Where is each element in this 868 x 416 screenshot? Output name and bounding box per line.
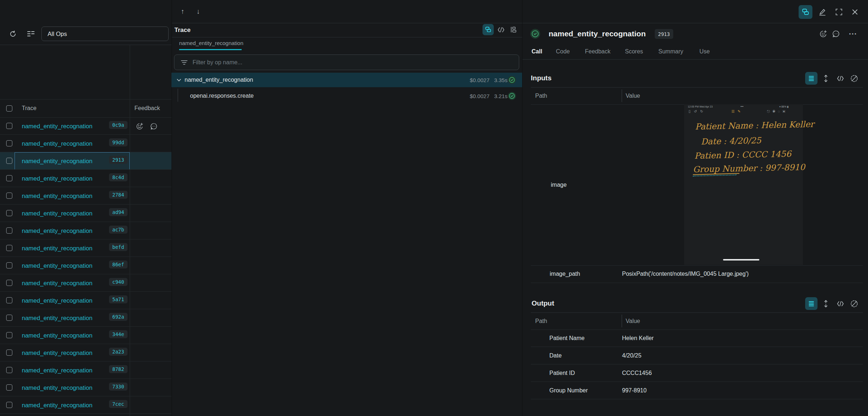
- row-checkbox[interactable]: [6, 384, 12, 391]
- input-image-thumbnail[interactable]: 12:05 PM Wed Apr 23 ••• ▾ 88% ▮ ▯↺↻ ☰✎ ⎋…: [684, 104, 803, 265]
- row-checkbox[interactable]: [6, 210, 12, 216]
- trace-row[interactable]: named_entity_recognation99dd: [0, 135, 171, 152]
- op-filter-placeholder: Filter by op name...: [193, 59, 242, 66]
- op-name-link[interactable]: named_entity_recognation: [22, 274, 92, 292]
- output-expand-all-button[interactable]: [820, 297, 831, 310]
- op-name-link[interactable]: named_entity_recognation: [22, 309, 92, 327]
- row-checkbox[interactable]: [6, 262, 12, 268]
- trace-row[interactable]: named_entity_recognation86ef: [0, 257, 171, 274]
- row-checkbox[interactable]: [6, 402, 12, 408]
- op-name-link[interactable]: named_entity_recognation: [22, 205, 92, 222]
- op-name-link[interactable]: named_entity_recognation: [22, 187, 92, 205]
- trace-row[interactable]: named_entity_recognationac7b: [0, 222, 171, 239]
- trace-row[interactable]: named_entity_recognation344e: [0, 327, 171, 344]
- row-checkbox[interactable]: [6, 280, 12, 286]
- input-row-image-path-label: image: [551, 104, 567, 265]
- row-checkbox[interactable]: [6, 227, 12, 234]
- row-checkbox[interactable]: [6, 193, 12, 199]
- row-divider: [0, 413, 171, 414]
- flame-graph-mode-button[interactable]: [508, 24, 519, 35]
- code-view-mode-button[interactable]: [496, 24, 506, 35]
- trace-row[interactable]: named_entity_recognationc940: [0, 274, 171, 292]
- call-more-menu-button[interactable]: •••: [849, 27, 857, 41]
- row-checkbox[interactable]: [6, 158, 12, 164]
- op-name-link[interactable]: named_entity_recognation: [22, 379, 92, 396]
- tab-call[interactable]: Call: [532, 44, 542, 59]
- edit-button[interactable]: [816, 5, 828, 19]
- inputs-hide-values-button[interactable]: [849, 72, 860, 85]
- inputs-code-view-button[interactable]: [835, 72, 846, 85]
- row-checkbox[interactable]: [6, 140, 12, 146]
- tab-feedback[interactable]: Feedback: [585, 44, 610, 59]
- stacked-view-button[interactable]: [799, 5, 812, 19]
- tree-row-root[interactable]: named_entity_recognation $0.0027 3.35s: [171, 73, 522, 87]
- row-checkbox[interactable]: [6, 297, 12, 303]
- trace-row[interactable]: named_entity_recognation8c4d: [0, 170, 171, 187]
- row-checkbox[interactable]: [6, 350, 12, 356]
- op-name-link[interactable]: named_entity_recognation: [22, 239, 92, 257]
- refresh-button[interactable]: [7, 27, 18, 41]
- trace-row[interactable]: named_entity_recognation8782: [0, 362, 171, 379]
- op-name-link[interactable]: named_entity_recognation: [22, 117, 92, 135]
- row-checkbox[interactable]: [6, 123, 12, 129]
- comment-icon[interactable]: [150, 122, 158, 130]
- ops-filter-select[interactable]: All Ops: [41, 27, 169, 41]
- row-checkbox[interactable]: [6, 175, 12, 181]
- op-name-link[interactable]: named_entity_recognation: [22, 344, 92, 362]
- output-code-view-button[interactable]: [835, 297, 846, 310]
- trace-row[interactable]: named_entity_recognationad94: [0, 205, 171, 222]
- op-name-link[interactable]: named_entity_recognation: [22, 170, 92, 187]
- close-button[interactable]: [849, 5, 861, 19]
- row-checkbox[interactable]: [6, 367, 12, 373]
- call-id-badge[interactable]: 2913: [655, 29, 673, 39]
- tree-row-label: openai.responses.create: [190, 87, 254, 105]
- trace-row[interactable]: named_entity_recognationbefd: [0, 239, 171, 257]
- trace-row[interactable]: named_entity_recognation692a: [0, 309, 171, 327]
- select-all-checkbox[interactable]: [6, 105, 12, 112]
- op-name-link[interactable]: named_entity_recognation: [22, 152, 92, 170]
- fullscreen-button[interactable]: [833, 5, 845, 19]
- trace-row[interactable]: named_entity_recognation2784: [0, 187, 171, 205]
- tab-summary[interactable]: Summary: [658, 44, 683, 59]
- trace-row[interactable]: named_entity_recognation7cec: [0, 396, 171, 414]
- row-checkbox[interactable]: [6, 315, 12, 321]
- trace-row[interactable]: named_entity_recognation5a71: [0, 292, 171, 309]
- op-filter-input[interactable]: Filter by op name...: [174, 54, 519, 70]
- op-name-link[interactable]: named_entity_recognation: [22, 396, 92, 414]
- next-trace-button[interactable]: ↓: [197, 0, 200, 23]
- op-name-link[interactable]: named_entity_recognation: [22, 257, 92, 274]
- prev-trace-button[interactable]: ↑: [181, 0, 185, 23]
- op-name-link[interactable]: named_entity_recognation: [22, 135, 92, 152]
- tab-code[interactable]: Code: [556, 44, 570, 59]
- column-header-feedback[interactable]: Feedback: [134, 99, 160, 117]
- comment-button[interactable]: [830, 27, 842, 41]
- chevron-down-icon[interactable]: [176, 77, 182, 83]
- inputs-expand-all-button[interactable]: [820, 72, 831, 85]
- arrow-down-icon: ↓: [197, 8, 200, 16]
- op-name-link[interactable]: named_entity_recognation: [22, 362, 92, 379]
- handwritten-line-1: Patient Name : Helen Keller: [695, 120, 814, 132]
- row-checkbox[interactable]: [6, 332, 12, 338]
- trace-row[interactable]: named_entity_recognation0c9a: [0, 117, 171, 135]
- trace-row[interactable]: named_entity_recognation2913: [0, 152, 171, 170]
- emoji-plus-icon[interactable]: [136, 122, 144, 130]
- column-settings-button[interactable]: [25, 27, 36, 41]
- trace-row[interactable]: named_entity_recognation7330: [0, 379, 171, 396]
- trace-tab[interactable]: named_entity_recognation: [179, 37, 243, 49]
- inputs-list-view-button[interactable]: [805, 72, 817, 85]
- hierarchy-icon: [510, 26, 517, 33]
- op-name-link[interactable]: named_entity_recognation: [22, 222, 92, 239]
- row-checkbox[interactable]: [6, 245, 12, 251]
- op-name-link[interactable]: named_entity_recognation: [22, 292, 92, 309]
- trace-row[interactable]: named_entity_recognation2a23: [0, 344, 171, 362]
- code-icon: [837, 76, 844, 81]
- tab-scores[interactable]: Scores: [625, 44, 643, 59]
- tab-use[interactable]: Use: [699, 44, 710, 59]
- output-hide-values-button[interactable]: [849, 297, 860, 310]
- tree-view-mode-button[interactable]: [483, 24, 494, 35]
- add-reaction-button[interactable]: [817, 27, 829, 41]
- output-list-view-button[interactable]: [805, 297, 817, 310]
- tree-row-child[interactable]: openai.responses.create $0.0027 3.21s: [171, 87, 522, 105]
- column-header-trace[interactable]: Trace: [22, 99, 36, 117]
- op-name-link[interactable]: named_entity_recognation: [22, 327, 92, 344]
